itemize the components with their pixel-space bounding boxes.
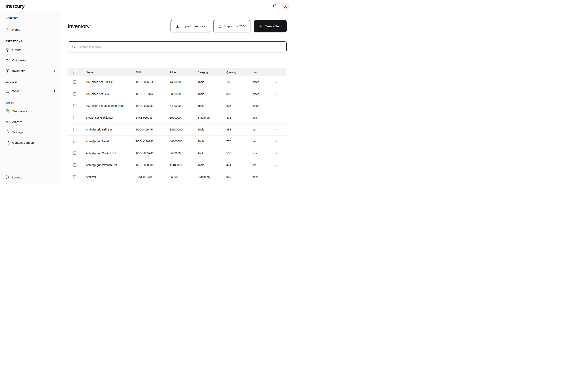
- import-inventory-button[interactable]: Import Inventory: [171, 20, 210, 33]
- sidebar-section-finance: FINANCE: [0, 76, 60, 86]
- row-checkbox[interactable]: [73, 92, 77, 96]
- cell-price: 23500000: [170, 88, 198, 100]
- sidebar-item-customers[interactable]: Customers: [0, 55, 60, 66]
- row-checkbox[interactable]: [73, 104, 77, 107]
- cell-quantity: 775: [226, 135, 252, 147]
- row-checkbox[interactable]: [73, 128, 77, 131]
- cell-name: Anti-slip grip Drill Set: [86, 124, 136, 135]
- cell-name: 100-piece set Measuring Tape: [86, 100, 136, 112]
- cell-category: Tools: [198, 100, 226, 112]
- row-actions-button[interactable]: [276, 140, 280, 143]
- row-actions-button[interactable]: [276, 164, 280, 167]
- row-checkbox[interactable]: [73, 80, 77, 84]
- sidebar-item-label: Inventory: [12, 69, 25, 73]
- sidebar-section-operations: OPERATIONS: [0, 35, 60, 45]
- export-csv-button[interactable]: Export as CSV: [213, 20, 251, 33]
- sidebar-nav: Home OPERATIONS Orders Customers: [0, 23, 60, 171]
- row-actions-button[interactable]: [276, 81, 280, 84]
- cell-name: Anti-slip grip Socket Set: [86, 147, 136, 159]
- table-row: 6-color set Highlighter STAT-965239 1000…: [68, 112, 287, 124]
- row-checkbox[interactable]: [73, 175, 77, 178]
- sidebar-item-label: Contact Support: [12, 141, 34, 144]
- row-actions-button[interactable]: [276, 116, 280, 119]
- sidebar-item-label: Home: [12, 28, 20, 32]
- search-icon: [72, 45, 76, 49]
- cell-category: Tools: [198, 147, 226, 159]
- cell-quantity: 474: [226, 159, 252, 171]
- cell-price: 34100000: [170, 124, 198, 135]
- cell-quantity: 436: [226, 112, 252, 124]
- column-header-category: Category: [198, 68, 226, 76]
- cell-sku: TOOL-350454: [136, 124, 170, 135]
- table-row: 100-piece set Level TOOL-157452 23500000…: [68, 88, 287, 100]
- cell-category: Tools: [198, 135, 226, 147]
- column-header-sku: SKU: [136, 68, 170, 76]
- cell-category: Stationery: [198, 112, 226, 124]
- sidebar-item-wallet[interactable]: Wallet: [0, 86, 60, 96]
- sidebar-item-label: Activity: [12, 120, 22, 124]
- sidebar-item-label: Settings: [12, 131, 23, 134]
- sidebar-item-storefronts[interactable]: Storefronts: [0, 106, 60, 117]
- row-actions-button[interactable]: [276, 128, 280, 131]
- shield-icon: [5, 130, 9, 134]
- table-row: Anti-slip grip Socket Set TOOL-085243 34…: [68, 147, 287, 159]
- create-item-button[interactable]: Create Item: [254, 20, 287, 33]
- inventory-table-body: 100-piece set Drill Set TOOL-895911 1400…: [68, 76, 287, 183]
- sidebar-item-home[interactable]: Home: [0, 25, 60, 35]
- cell-unit: set: [252, 159, 276, 171]
- sidebar-item-label: Customers: [12, 59, 27, 62]
- create-item-label: Create Item: [265, 25, 282, 28]
- page-title: Inventory: [68, 23, 89, 30]
- page-actions: Import Inventory Export as CSV Create It…: [171, 20, 287, 33]
- package-icon: [5, 48, 9, 52]
- column-header-quantity: Quantity: [226, 68, 252, 76]
- row-checkbox[interactable]: [73, 116, 77, 119]
- topbar-right: [272, 3, 289, 10]
- user-icon: [284, 4, 287, 8]
- sidebar-item-contact-support[interactable]: Contact Support: [0, 137, 60, 148]
- cell-quantity: 553: [226, 147, 252, 159]
- row-checkbox[interactable]: [73, 140, 77, 143]
- sidebar-item-orders[interactable]: Orders: [0, 45, 60, 55]
- search-input[interactable]: [79, 45, 282, 49]
- cell-quantity: 357: [226, 88, 252, 100]
- upload-icon: [218, 25, 222, 28]
- cell-category: Stationery: [198, 171, 226, 183]
- cell-unit: piece: [252, 147, 276, 159]
- users-icon: [5, 58, 9, 62]
- cell-price: 48600000: [170, 135, 198, 147]
- cell-price: 35000: [170, 171, 198, 183]
- table-header: Name SKU Price Category Quantity Unit: [68, 68, 287, 76]
- shopping-bag-icon: [5, 109, 9, 113]
- row-checkbox[interactable]: [73, 151, 77, 155]
- inventory-table: Name SKU Price Category Quantity Unit 10…: [68, 68, 287, 183]
- row-checkbox[interactable]: [73, 163, 77, 167]
- row-actions-button[interactable]: [276, 104, 280, 108]
- home-icon: [5, 28, 9, 32]
- sidebar-item-activity[interactable]: Activity: [0, 117, 60, 127]
- logout-icon: [5, 175, 9, 180]
- row-actions-button[interactable]: [276, 93, 280, 96]
- credit-card-icon: [5, 89, 9, 93]
- cell-quantity: 805: [226, 100, 252, 112]
- row-actions-button[interactable]: [276, 152, 280, 155]
- select-all-checkbox[interactable]: [73, 71, 77, 74]
- table-row: Anti-slip grip Wrench Set TOOL-088686 11…: [68, 159, 287, 171]
- logout-button[interactable]: Logout: [0, 171, 60, 184]
- table-row: Anti-slip grip Level TOOL-236140 4860000…: [68, 135, 287, 147]
- cell-unit: piece: [252, 88, 276, 100]
- cell-sku: TOOL-157452: [136, 88, 170, 100]
- avatar[interactable]: [282, 3, 289, 10]
- import-inventory-label: Import Inventory: [182, 25, 205, 28]
- notifications-button[interactable]: [272, 4, 277, 8]
- cell-unit: set: [252, 124, 276, 135]
- cell-quantity: 909: [226, 171, 252, 183]
- table-row: 100-piece set Measuring Tape TOOL-995382…: [68, 100, 287, 112]
- table-row: Archival STAT-997785 35000 Stationery 90…: [68, 171, 287, 183]
- cell-price: 1000000: [170, 112, 198, 124]
- search-bar: [68, 41, 287, 52]
- row-actions-button[interactable]: [276, 175, 280, 179]
- sidebar-item-settings[interactable]: Settings: [0, 127, 60, 137]
- sidebar-item-inventory[interactable]: Inventory: [0, 66, 60, 76]
- column-header-actions: [276, 68, 287, 76]
